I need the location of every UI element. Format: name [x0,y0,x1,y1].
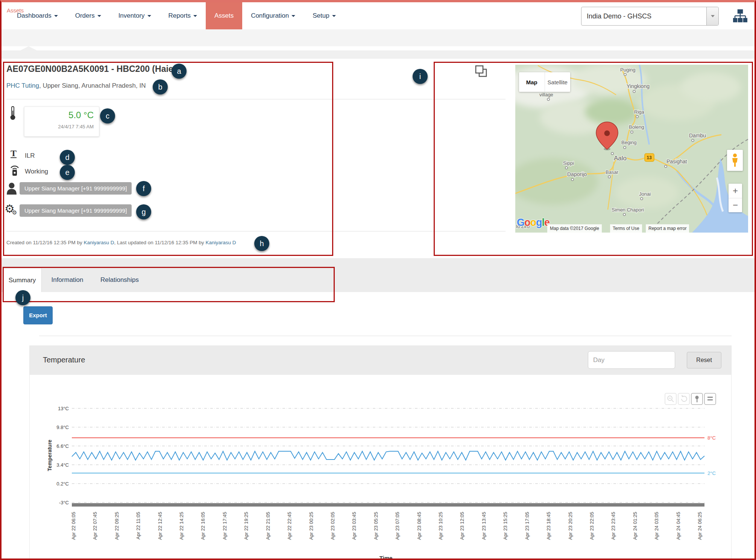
google-map[interactable]: 13 PugingYingkiongRigaBolengDambuBegingA… [515,65,748,233]
nav-item-label: Configuration [251,12,289,20]
svg-text:0.2°C: 0.2°C [56,481,69,487]
breadcrumb-notch [20,46,37,50]
breadcrumb-bar [2,29,754,46]
nav-item-label: Setup [313,12,329,20]
svg-text:Apr 22 07:45: Apr 22 07:45 [92,512,98,540]
breadcrumb[interactable]: Assets [7,7,24,14]
reset-button[interactable]: Reset [687,352,721,368]
report-map-error-link[interactable]: Report a map error [646,224,689,233]
hierarchy-icon[interactable] [733,9,747,25]
temperature-timestamp: 24/4/17 7:45 AM [24,124,94,129]
map-zoom-control: + − [729,184,742,212]
svg-text:Apr 23 03:45: Apr 23 03:45 [351,512,357,540]
svg-text:Apr 23 20:25: Apr 23 20:25 [568,512,573,540]
export-button[interactable]: Export [23,306,53,324]
callout-j: j [15,290,30,305]
svg-text:Apr 22 22:45: Apr 22 22:45 [287,512,292,540]
asset-status: Working [25,168,48,175]
map-place-label: Pasighat [666,158,687,164]
terms-of-use-link[interactable]: Terms of Use [610,224,642,233]
owner-badge[interactable]: Upper Siang Manager [+91 9999999999] [20,182,132,195]
svg-text:Apr 22 14:25: Apr 22 14:25 [179,512,184,540]
nav-item-label: Reports [169,12,191,20]
svg-text:Apr 22 12:45: Apr 22 12:45 [157,512,163,540]
asset-location: PHC Tuting, Upper Siang, Arunachal Prade… [6,82,146,90]
map-place-label: Dambu [689,132,706,138]
zoom-out-icon[interactable] [665,393,676,405]
tab-summary[interactable]: Summary [3,268,42,292]
map-button[interactable]: Map [519,72,545,92]
map-place-label: Beging [621,140,636,145]
asset-location-rest: , Upper Siang, Arunachal Pradesh, IN [39,82,146,89]
chevron-down-icon [711,15,715,17]
created-prefix: Created on 11/12/16 12:35 PM by [6,240,83,245]
svg-text:2°C: 2°C [707,470,716,476]
svg-text:Apr 23 12:05: Apr 23 12:05 [459,512,465,540]
callout-i: i [413,69,428,84]
tab-relationships[interactable]: Relationships [99,268,141,292]
nav-item-configuration[interactable]: Configuration [242,2,304,29]
org-selector-dropdown-button[interactable] [706,7,718,25]
svg-text:Apr 23 07:05: Apr 23 07:05 [395,512,400,540]
person-icon [6,182,17,196]
svg-text:Apr 23 22:05: Apr 23 22:05 [589,512,595,540]
chevron-down-icon [147,15,151,17]
range-input[interactable] [588,351,675,369]
map-place-label: Simen Chapori [612,207,644,213]
callout-e: e [60,165,75,180]
svg-text:-3°C: -3°C [59,500,69,505]
map-place-label: Sippi [563,160,574,166]
updated-by-link[interactable]: Kaniyarasu D [205,240,236,245]
asset-type-icon: T [11,149,17,158]
svg-text:Apr 22 09:25: Apr 22 09:25 [114,512,120,540]
svg-text:Apr 23 18:45: Apr 23 18:45 [546,512,551,540]
map-type-control: Map Satellite [519,72,570,92]
expand-map-icon[interactable] [474,64,488,80]
svg-text:Apr 24 03:05: Apr 24 03:05 [654,512,659,540]
callout-a: a [172,64,187,79]
callout-c: c [100,108,115,123]
thermometer-icon [10,106,16,122]
svg-text:Apr 23 15:25: Apr 23 15:25 [502,512,508,540]
menu-icon[interactable] [704,393,716,405]
svg-text:Apr 23 05:25: Apr 23 05:25 [373,512,379,540]
breadcrumb-strip [2,50,754,59]
org-selector[interactable]: India Demo - GHSCS [581,7,719,26]
temperature-chart[interactable]: 13°C9.8°C6.6°C3.4°C0.2°C-3°C8°C2°CApr 22… [30,375,731,560]
callout-d: d [60,150,75,165]
annotation-rect-asset-panel [3,62,333,256]
svg-text:Temperature: Temperature [47,440,53,471]
org-selector-value: India Demo - GHSCS [581,12,706,20]
created-by-link[interactable]: Kaniyarasu D [83,240,114,245]
reset-axes-icon[interactable] [678,393,689,405]
map-place-label: Boleng [629,124,644,130]
nav-item-reports[interactable]: Reports [160,2,206,29]
asset-title: AE07GE0N00B2A5K0091 - HBC200 (Haier) [6,64,179,74]
svg-text:13°C: 13°C [58,406,69,411]
temperature-chart-card: Temperature Reset 13°C9.8°C6.6°C3.4°C0.2… [29,345,732,560]
map-place-label: Jonai [639,191,651,197]
svg-text:Apr 23 23:45: Apr 23 23:45 [610,512,616,540]
tab-information[interactable]: Information [49,268,86,292]
svg-text:Apr 22 17:45: Apr 22 17:45 [222,512,228,540]
google-logo: Google [517,217,550,228]
svg-text:Apr 23 10:25: Apr 23 10:25 [438,512,443,540]
page: DashboardsOrdersInventoryReportsAssetsCo… [0,0,756,560]
svg-text:Apr 23 02:05: Apr 23 02:05 [330,512,335,540]
nav-item-assets[interactable]: Assets [206,2,242,29]
svg-text:Apr 22 06:05: Apr 22 06:05 [71,512,76,540]
zoom-in-button[interactable]: + [729,184,742,198]
nav-item-setup[interactable]: Setup [304,2,344,29]
svg-text:Time: Time [380,555,393,560]
asset-location-link[interactable]: PHC Tuting [6,82,39,89]
nav-item-inventory[interactable]: Inventory [110,2,160,29]
maintainer-badge[interactable]: Upper Siang Manager [+91 9999999999] [20,204,132,217]
pegman-control[interactable] [727,150,743,171]
nav-item-orders[interactable]: Orders [67,2,110,29]
callout-f: f [136,181,151,196]
zoom-out-button[interactable]: − [729,198,742,213]
nav-item-dashboards[interactable]: Dashboards [8,2,67,29]
divider [6,231,506,231]
svg-text:Apr 23 13:45: Apr 23 13:45 [481,512,487,540]
satellite-button[interactable]: Satellite [545,72,571,92]
